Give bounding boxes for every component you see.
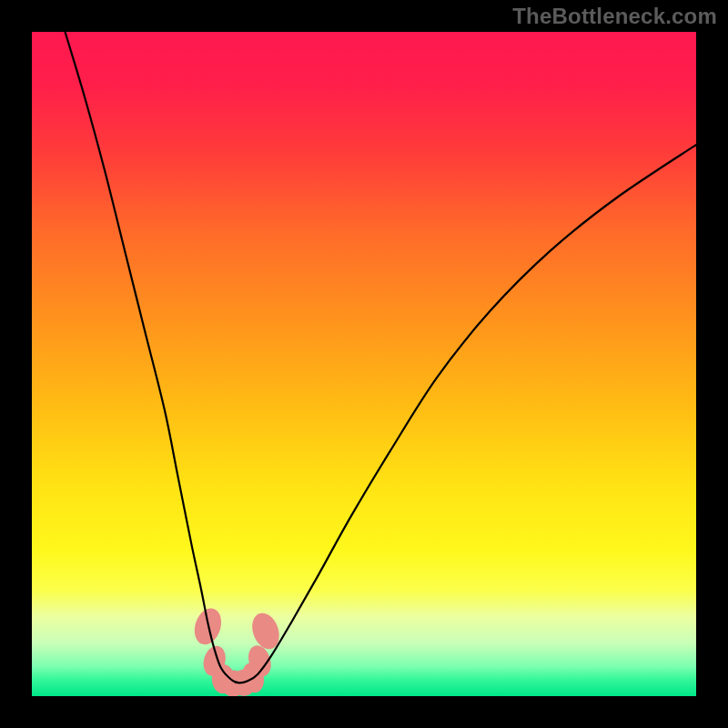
valley-blob bbox=[248, 610, 284, 653]
bottleneck-curve bbox=[66, 32, 697, 682]
chart-canvas bbox=[32, 32, 696, 696]
plot-area bbox=[32, 32, 696, 696]
stage: TheBottleneck.com bbox=[0, 0, 728, 728]
watermark-label: TheBottleneck.com bbox=[512, 4, 717, 29]
